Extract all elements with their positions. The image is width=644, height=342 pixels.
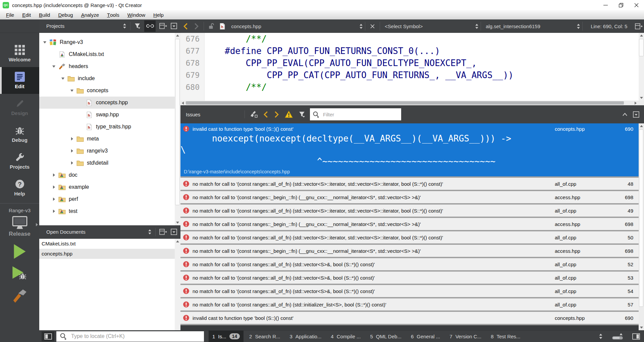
close-panel-icon[interactable] <box>171 229 177 235</box>
mode-debug[interactable]: Debug <box>0 121 39 148</box>
kit-selector[interactable]: Range-v3 Release <box>0 204 39 237</box>
scroll-up-icon[interactable] <box>175 239 180 244</box>
tree-item-headers[interactable]: headers <box>39 60 180 72</box>
output-pane-applicatio[interactable]: 3Applicatio... <box>286 331 325 342</box>
issue-item[interactable]: no match for call to '(const ranges::_be… <box>180 245 639 258</box>
menu-tools[interactable]: Tools <box>103 10 123 19</box>
close-panel-icon[interactable] <box>171 23 177 29</box>
output-pane-is[interactable]: 1Is...14 <box>209 331 244 342</box>
output-pane-compile[interactable]: 4Compile ... <box>327 331 364 342</box>
scrollbar-thumb[interactable] <box>186 101 624 105</box>
tree-item-perf[interactable]: perf <box>39 193 180 205</box>
symbol-selector-dropdown[interactable]: <Select Symbol> <box>382 19 479 33</box>
filter-issues-icon[interactable] <box>299 111 305 118</box>
mode-edit[interactable]: Edit <box>0 67 39 94</box>
clean-issues-icon[interactable] <box>250 111 258 118</box>
close-document-icon[interactable] <box>367 20 378 32</box>
open-document-cmakelists-txt[interactable]: CMakeLists.txt <box>39 239 180 249</box>
split-editor-icon[interactable] <box>633 20 644 32</box>
menu-file[interactable]: File <box>2 10 18 19</box>
output-pane-search-r[interactable]: 2Search R... <box>246 331 284 342</box>
expand-arrow-icon[interactable] <box>51 197 57 201</box>
mode-projects[interactable]: Projects <box>0 148 39 174</box>
mode-help[interactable]: ?Help <box>0 174 39 201</box>
menu-build[interactable]: Build <box>35 10 54 19</box>
collapse-arrow-icon[interactable] <box>51 65 57 68</box>
file-lock-icon[interactable] <box>206 20 217 32</box>
run-button[interactable] <box>12 243 27 260</box>
scroll-down-icon[interactable] <box>639 325 644 330</box>
expand-arrow-icon[interactable] <box>51 185 57 189</box>
split-panel-icon[interactable] <box>159 23 167 29</box>
scrollbar-thumb[interactable] <box>639 129 643 307</box>
issue-item[interactable]: invalid cast to function type 'bool (S::… <box>180 312 639 325</box>
issues-filter-input[interactable] <box>322 111 398 118</box>
sync-with-editor-link-icon[interactable] <box>144 20 156 32</box>
tree-item-include[interactable]: include <box>39 72 180 84</box>
scroll-up-icon[interactable] <box>639 123 644 129</box>
toggle-right-sidebar-icon[interactable] <box>632 333 640 340</box>
close-button[interactable] <box>629 0 644 10</box>
kit-popup-arrow-icon[interactable] <box>36 222 38 228</box>
open-documents-scrollbar[interactable] <box>175 239 180 330</box>
issue-item[interactable]: no match for call to '(const ranges::_be… <box>180 191 639 205</box>
expand-arrow-icon[interactable] <box>51 173 57 177</box>
maximize-output-pane-icon[interactable] <box>622 113 628 116</box>
restore-button[interactable] <box>613 0 629 10</box>
locator-input[interactable] <box>70 333 201 340</box>
minimize-button[interactable] <box>598 0 613 10</box>
scroll-left-icon[interactable] <box>180 101 185 105</box>
tree-item-range-v3[interactable]: Range-v3 <box>39 36 180 48</box>
issue-item[interactable]: no match for call to '(const ranges::all… <box>180 285 639 298</box>
collapse-arrow-icon[interactable] <box>60 77 66 80</box>
go-back-icon[interactable] <box>180 20 191 32</box>
open-document-concepts-hpp[interactable]: concepts.hpp <box>39 249 180 259</box>
tree-item-range-v3[interactable]: range\v3 <box>39 145 180 157</box>
mode-welcome[interactable]: Welcome <box>0 40 39 67</box>
tree-item-std-detail[interactable]: std\detail <box>39 157 180 169</box>
overview-selector-dropdown[interactable]: alg.set_intersection6159 <box>483 19 580 33</box>
issue-item[interactable]: no match for call to '(const ranges::all… <box>180 298 639 312</box>
code-area[interactable]: /**/#define CPP_AUTO_FUN_RETURNS_CONST_0… <box>205 33 644 101</box>
menu-analyze[interactable]: Analyze <box>77 10 103 19</box>
issues-vertical-scrollbar[interactable] <box>639 123 644 330</box>
go-forward-icon[interactable] <box>191 20 202 32</box>
tree-item-swap-hpp[interactable]: hswap.hpp <box>39 109 180 121</box>
collapse-arrow-icon[interactable] <box>69 89 75 92</box>
tree-item-meta[interactable]: meta <box>39 133 180 145</box>
output-pane-qml-deb[interactable]: 5QML Deb... <box>366 331 405 342</box>
tree-item-test[interactable]: test <box>39 205 180 217</box>
scroll-down-icon[interactable] <box>639 95 644 101</box>
expand-arrow-icon[interactable] <box>69 161 75 165</box>
collapse-arrow-icon[interactable] <box>42 41 48 44</box>
projects-panel-title[interactable]: Projects <box>46 23 64 29</box>
issue-item-selected[interactable]: invalid cast to function type 'bool (S::… <box>180 123 639 178</box>
tree-item-example[interactable]: example <box>39 181 180 193</box>
menu-edit[interactable]: Edit <box>18 10 35 19</box>
issue-item[interactable]: no match for call to '(const ranges::all… <box>180 205 639 218</box>
scrollbar-thumb[interactable] <box>639 39 644 56</box>
expand-arrow-icon[interactable] <box>69 149 75 153</box>
scroll-right-icon[interactable] <box>633 101 638 105</box>
tree-item-doc[interactable]: doc <box>39 169 180 181</box>
open-file-dropdown[interactable]: h concepts.hpp <box>217 19 363 33</box>
scroll-down-icon[interactable] <box>175 220 180 225</box>
panel-selector-updown-icon[interactable] <box>123 23 126 29</box>
open-documents-title[interactable]: Open Documents <box>46 229 86 235</box>
menu-help[interactable]: Help <box>149 10 168 19</box>
output-pane-updown-icon[interactable] <box>599 333 603 339</box>
show-warnings-icon[interactable] <box>285 111 293 118</box>
scroll-up-icon[interactable] <box>639 33 644 38</box>
build-progress-icon[interactable] <box>611 333 624 340</box>
output-pane-test-res[interactable]: 8Test Res... <box>487 331 524 342</box>
next-issue-icon[interactable] <box>274 111 279 118</box>
debug-run-button[interactable] <box>11 266 28 282</box>
code-editor[interactable]: 676677678679680 /**/#define CPP_AUTO_FUN… <box>180 33 644 101</box>
editor-vertical-scrollbar[interactable] <box>639 33 644 101</box>
panel-selector-updown-icon[interactable] <box>148 229 152 235</box>
issue-item[interactable]: no match for call to '(const ranges::all… <box>180 178 639 191</box>
tree-item-concepts[interactable]: concepts <box>39 84 180 97</box>
filter-tree-icon[interactable] <box>134 23 141 29</box>
close-output-pane-icon[interactable] <box>633 111 639 118</box>
issue-item[interactable]: no match for call to '(const ranges::_be… <box>180 218 639 231</box>
